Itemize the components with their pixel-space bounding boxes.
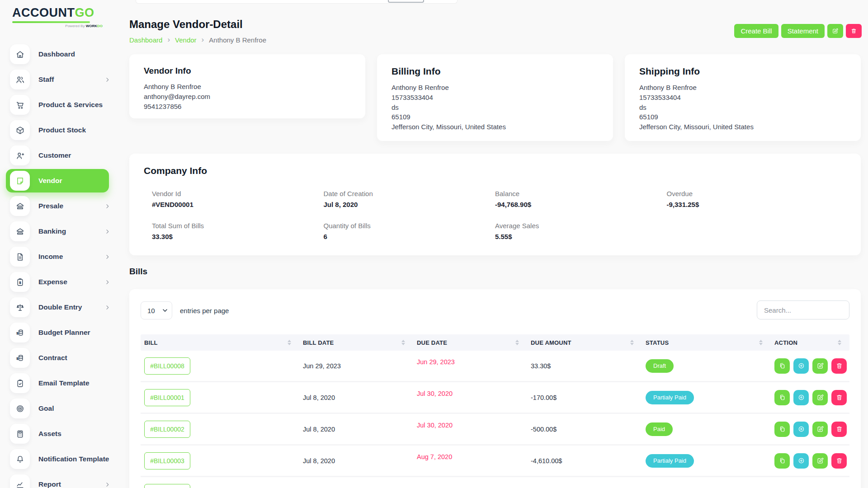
col-action[interactable]: ACTION bbox=[771, 334, 849, 351]
copy-icon bbox=[778, 425, 786, 433]
sidebar-item-budget-planner[interactable]: $ Budget Planner bbox=[0, 320, 118, 345]
sidebar-item-vendor[interactable]: Vendor bbox=[0, 168, 118, 193]
brand-logo[interactable]: ACCOUNTGO Powered By WORKDO bbox=[12, 6, 103, 28]
view-bill-button[interactable] bbox=[793, 390, 809, 405]
delete-vendor-button[interactable] bbox=[846, 24, 862, 38]
edit-vendor-button[interactable] bbox=[827, 24, 843, 38]
view-bill-button[interactable] bbox=[793, 422, 809, 437]
edit-icon bbox=[816, 362, 824, 370]
bills-section-title: Bills bbox=[129, 267, 147, 277]
search-input[interactable] bbox=[757, 300, 849, 319]
col-status[interactable]: STATUS bbox=[642, 334, 771, 351]
sidebar-item-presale[interactable]: Presale bbox=[0, 193, 118, 219]
sort-icon[interactable] bbox=[759, 340, 763, 345]
chevron-right-icon bbox=[104, 482, 110, 488]
clipboard-dollar-icon: $ bbox=[10, 272, 30, 292]
sidebar-item-notification-template[interactable]: Notification Template bbox=[0, 446, 118, 472]
col-bill-date[interactable]: BILL DATE bbox=[299, 334, 413, 351]
entries-per-page: 10 entries per page bbox=[141, 301, 229, 319]
svg-text:$: $ bbox=[19, 281, 21, 284]
chevron-right-icon bbox=[104, 254, 110, 260]
delete-bill-button[interactable] bbox=[831, 422, 847, 437]
sort-icon[interactable] bbox=[838, 340, 841, 345]
col-due-amount[interactable]: DUE AMOUNT bbox=[527, 334, 642, 351]
bill-link[interactable]: #BILL00001 bbox=[144, 389, 190, 406]
statement-button[interactable]: Statement bbox=[781, 24, 825, 38]
target-icon bbox=[10, 399, 30, 418]
sort-icon[interactable] bbox=[515, 340, 519, 345]
duplicate-bill-button[interactable] bbox=[774, 390, 790, 405]
sidebar-item-staff[interactable]: Staff bbox=[0, 67, 118, 92]
bank-icon bbox=[10, 196, 30, 216]
duplicate-bill-button[interactable] bbox=[774, 453, 790, 469]
company-info-card: Company Info Vendor Id #VEND00001 Date o… bbox=[129, 154, 861, 255]
trash-icon bbox=[835, 425, 843, 433]
table-row: #BILL00001 Jul 8, 2020 Jul 30, 2020 -170… bbox=[141, 382, 849, 414]
delete-bill-button[interactable] bbox=[831, 390, 847, 405]
file-icon bbox=[10, 247, 30, 267]
coins-dollar-icon: $ bbox=[10, 323, 30, 343]
chevron-right-icon bbox=[104, 77, 110, 83]
shipping-info-card: Shipping Info Anthony B Renfroe 15733533… bbox=[625, 54, 861, 141]
shipping-info-title: Shipping Info bbox=[639, 66, 846, 77]
company-info-title: Company Info bbox=[144, 165, 838, 176]
edit-bill-button[interactable] bbox=[812, 453, 828, 469]
edit-bill-button[interactable] bbox=[812, 390, 828, 405]
eye-icon bbox=[797, 457, 805, 465]
copy-icon bbox=[778, 394, 786, 401]
col-bill[interactable]: BILL bbox=[141, 334, 299, 351]
sidebar-item-customer[interactable]: Customer bbox=[0, 143, 118, 168]
sidebar-item-income[interactable]: Income bbox=[0, 244, 118, 269]
sidebar-item-goal[interactable]: Goal bbox=[0, 396, 118, 421]
breadcrumb-separator: › bbox=[202, 35, 204, 44]
sidebar-item-expense[interactable]: $ Expense bbox=[0, 269, 118, 295]
sidebar-item-product-stock[interactable]: Product Stock bbox=[0, 117, 118, 143]
sort-icon[interactable] bbox=[288, 340, 291, 345]
sidebar-item-double-entry[interactable]: Double Entry bbox=[0, 295, 118, 320]
view-bill-button[interactable] bbox=[793, 453, 809, 469]
field-date-of-creation: Date of Creation Jul 8, 2020 bbox=[324, 190, 495, 208]
scale-icon bbox=[10, 297, 30, 317]
breadcrumb-vendor[interactable]: Vendor bbox=[175, 36, 197, 44]
company-info-grid: Vendor Id #VEND00001 Date of Creation Ju… bbox=[152, 190, 838, 240]
sidebar-item-email-template[interactable]: Email Template bbox=[0, 371, 118, 396]
bill-link[interactable]: #BILL00003 bbox=[144, 452, 190, 469]
bill-link[interactable]: #BILL00008 bbox=[144, 357, 190, 375]
cart-icon bbox=[10, 95, 30, 115]
vendor-name: Anthony B Renfroe bbox=[144, 82, 351, 92]
view-bill-button[interactable] bbox=[793, 358, 809, 374]
sidebar-item-contract[interactable]: $ Contract bbox=[0, 345, 118, 371]
bill-link[interactable]: #BILL00002 bbox=[144, 421, 190, 438]
sidebar-item-product-services[interactable]: Product & Services bbox=[0, 92, 118, 117]
info-cards-row: Vendor Info Anthony B Renfroe anthony@da… bbox=[129, 54, 861, 141]
clipboard-check-icon bbox=[10, 373, 30, 393]
sidebar-item-report[interactable]: Report bbox=[0, 472, 118, 488]
entries-per-page-select[interactable]: 10 bbox=[141, 301, 172, 319]
duplicate-bill-button[interactable] bbox=[774, 358, 790, 374]
delete-bill-button[interactable] bbox=[831, 358, 847, 374]
copy-icon bbox=[778, 362, 786, 370]
delete-bill-button[interactable] bbox=[831, 453, 847, 469]
status-badge: Partialy Paid bbox=[646, 454, 694, 468]
breadcrumb-current: Anthony B Renfroe bbox=[209, 36, 266, 44]
breadcrumb-dashboard[interactable]: Dashboard bbox=[129, 36, 162, 44]
sort-icon[interactable] bbox=[630, 340, 634, 345]
bill-link[interactable] bbox=[144, 484, 190, 488]
field-average-sales: Average Sales 5.55$ bbox=[495, 222, 667, 240]
edit-icon bbox=[816, 394, 824, 401]
edit-bill-button[interactable] bbox=[812, 358, 828, 374]
sort-icon[interactable] bbox=[401, 340, 405, 345]
create-bill-button[interactable]: Create Bill bbox=[734, 24, 778, 38]
edit-icon bbox=[816, 425, 824, 433]
user-plus-icon bbox=[10, 145, 30, 165]
duplicate-bill-button[interactable] bbox=[774, 422, 790, 437]
edit-bill-button[interactable] bbox=[812, 422, 828, 437]
field-vendor-id: Vendor Id #VEND00001 bbox=[152, 190, 324, 208]
page-title: Manage Vendor-Detail bbox=[129, 18, 243, 31]
breadcrumb: Dashboard › Vendor › Anthony B Renfroe bbox=[129, 35, 266, 44]
sidebar-item-assets[interactable]: Assets bbox=[0, 421, 118, 446]
edit-icon bbox=[816, 457, 824, 465]
sidebar-item-banking[interactable]: Banking bbox=[0, 219, 118, 244]
shipping-zip: 65109 bbox=[639, 112, 846, 122]
sidebar-item-dashboard[interactable]: Dashboard bbox=[0, 42, 118, 67]
